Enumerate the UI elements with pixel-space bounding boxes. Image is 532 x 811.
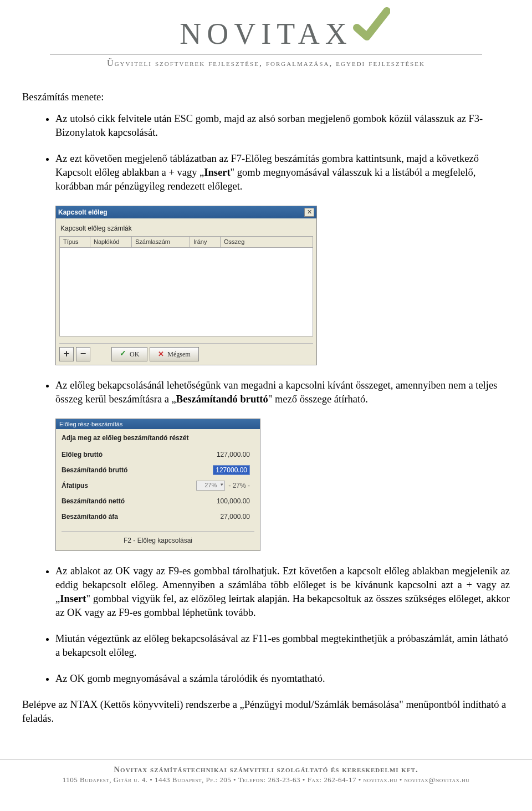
add-button[interactable]: + [59, 347, 74, 361]
kapcsolt-eloleg-dialog: Kapcsolt előleg ✕ Kapcsolt előleg számlá… [55, 206, 317, 365]
col-tipus[interactable]: Típus [60, 237, 90, 247]
value: 27,000.00 [150, 512, 254, 521]
table-body[interactable] [59, 248, 313, 336]
afa-dropdown[interactable]: 27% [196, 481, 225, 491]
label: Beszámítandó áfa [62, 512, 150, 521]
row-beszamitando-afa: Beszámítandó áfa 27,000.00 [62, 509, 254, 524]
dialog-toolbar: + − ✓ OK ✕ Mégsem [59, 343, 313, 361]
bullet-item: Az utolsó cikk felvitele után ESC gomb, … [55, 112, 510, 140]
row-eloleg-brutto: Előleg bruttó 127,000.00 [62, 447, 254, 462]
f2-hint[interactable]: F2 - Előleg kapcsolásai [62, 531, 254, 546]
brutto-input[interactable]: 127000.00 [213, 465, 250, 475]
close-icon[interactable]: ✕ [304, 208, 314, 217]
page-footer: Novitax számítástechnikai számviteli szo… [0, 759, 532, 795]
dialog-prompt: Adja meg az előleg beszámítandó részét [62, 433, 254, 442]
value: 100,000.00 [150, 497, 254, 506]
section-heading: Beszámítás menete: [22, 90, 510, 104]
eloleg-resz-beszamitas-dialog: Előleg rész-beszámítás Adja meg az előle… [55, 419, 260, 551]
row-beszamitando-netto: Beszámítandó nettó 100,000.00 [62, 493, 254, 509]
label: Áfatípus [62, 481, 150, 490]
ok-button[interactable]: ✓ OK [111, 347, 147, 361]
bullet-item: Miután végeztünk az előleg bekapcsolásáv… [55, 632, 510, 660]
check-icon: ✓ [120, 349, 126, 359]
ok-label: OK [130, 350, 139, 359]
cancel-label: Mégsem [167, 350, 190, 359]
remove-button[interactable]: − [76, 347, 90, 361]
brand-tagline: Ügyviteli szoftverek fejlesztése, forgal… [50, 54, 482, 68]
brand-logo: NOVITAX [180, 17, 352, 51]
dialog-titlebar: Kapcsolt előleg ✕ [56, 206, 316, 218]
dialog-subtitle: Kapcsolt előleg számlák [59, 222, 313, 236]
row-beszamitando-brutto: Beszámítandó bruttó 127000.00 [62, 462, 254, 478]
insert-keyword: Insert [60, 593, 86, 604]
col-szamlaszam[interactable]: Számlaszám [132, 237, 190, 247]
document-body: Beszámítás menete: Az utolsó cikk felvit… [0, 74, 532, 742]
col-naplokod[interactable]: Naplókód [90, 237, 132, 247]
dialog-title: Előleg rész-beszámítás [56, 419, 260, 429]
bullet-item: Az előleg bekapcsolásánál lehetőségünk v… [55, 379, 510, 406]
closing-paragraph: Belépve az NTAX (Kettős könyvviteli) ren… [22, 698, 510, 726]
footer-address: 1105 Budapest, Gitár u. 4. • 1443 Budape… [11, 776, 521, 784]
bullet-item: Az OK gomb megnyomásával a számla tároló… [55, 672, 510, 686]
col-osszeg[interactable]: Összeg [221, 237, 313, 247]
label: Előleg bruttó [62, 450, 150, 459]
insert-keyword: Insert [204, 167, 230, 178]
text: " mező összege átírható. [268, 394, 368, 405]
bullet-item: Az ablakot az OK vagy az F9-es gombbal t… [55, 564, 510, 620]
page-header: NOVITAX Ügyviteli szoftverek fejlesztése… [0, 0, 532, 74]
bold-field-name: Beszámítandó bruttó [176, 394, 268, 405]
label: Beszámítandó nettó [62, 497, 150, 506]
text: " gombbal vigyük fel, az előzőleg leírta… [55, 593, 510, 618]
table-header: Típus Naplókód Számlaszám Irány Összeg [59, 236, 313, 248]
bullet-item: Az ezt követően megjelenő táblázatban az… [55, 152, 510, 193]
dialog-title: Kapcsolt előleg [58, 208, 108, 217]
x-icon: ✕ [158, 349, 164, 359]
afa-suffix: - 27% - [228, 481, 250, 490]
brand-name: NOVITAX [180, 17, 352, 50]
checkmark-icon [351, 7, 390, 45]
row-afatipus: Áfatípus 27% - 27% - [62, 478, 254, 493]
label: Beszámítandó bruttó [62, 466, 150, 475]
value: 127,000.00 [150, 450, 254, 459]
col-irany[interactable]: Irány [190, 237, 221, 247]
cancel-button[interactable]: ✕ Mégsem [150, 347, 198, 361]
footer-company: Novitax számítástechnikai számviteli szo… [11, 765, 521, 774]
